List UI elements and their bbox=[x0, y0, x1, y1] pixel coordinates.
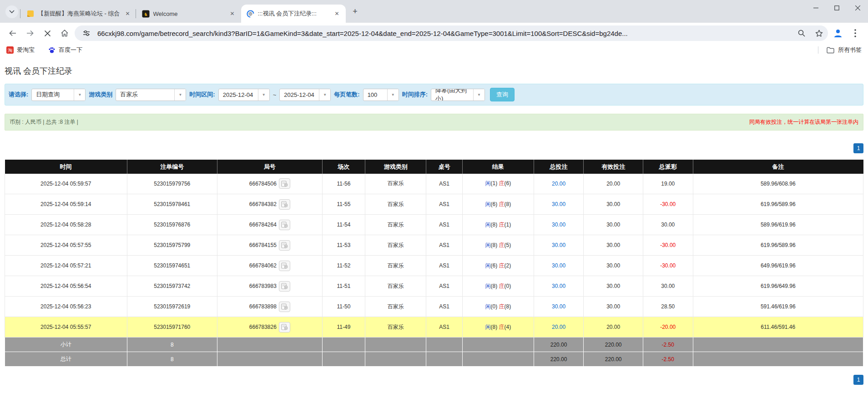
time-cell: 2025-12-04 05:57:21 bbox=[5, 256, 127, 276]
tab-close-icon[interactable]: ✕ bbox=[124, 10, 132, 18]
stop-loading-button[interactable] bbox=[40, 26, 55, 40]
total-bet-link[interactable]: 20.00 bbox=[552, 181, 565, 187]
payout-cell: -20.00 bbox=[643, 317, 693, 337]
back-button[interactable] bbox=[5, 26, 20, 40]
chevron-down-icon[interactable]: ▼ bbox=[387, 89, 399, 101]
tab-welcome[interactable]: ♞ Welcome ✕ bbox=[136, 5, 241, 23]
minimize-button[interactable] bbox=[805, 0, 826, 15]
query-type-select[interactable]: 日期查询 ▼ bbox=[31, 89, 86, 101]
video-replay-icon bbox=[281, 262, 288, 269]
tab-close-icon[interactable]: ✕ bbox=[228, 10, 237, 18]
table-no-cell bbox=[426, 352, 462, 367]
result-cell: 闲(6) 庄(8) bbox=[462, 194, 534, 215]
header-game-type: 游戏类别 bbox=[365, 160, 426, 174]
total-bet-link[interactable]: 20.00 bbox=[552, 324, 565, 330]
site-info-icon[interactable] bbox=[80, 27, 93, 40]
result-player-label: 闲 bbox=[485, 222, 490, 228]
video-replay-button[interactable] bbox=[279, 220, 290, 230]
payout-value: -30.00 bbox=[660, 201, 676, 207]
total-bet-link[interactable]: 30.00 bbox=[552, 303, 565, 310]
total-bet-link[interactable]: 30.00 bbox=[552, 201, 565, 207]
url-bar[interactable]: 66cxkj98.com/game/betrecord_search/kind3… bbox=[75, 25, 828, 41]
sort-select[interactable]: 降幂(由大到小) ▼ bbox=[431, 89, 485, 101]
payout-value: 19.00 bbox=[661, 181, 675, 187]
page-number-button[interactable]: 1 bbox=[853, 375, 863, 385]
result-player-label: 闲 bbox=[485, 324, 490, 330]
total-bet-link[interactable]: 30.00 bbox=[552, 283, 565, 289]
table-row: 2025-12-04 05:55:57523015971760666783826… bbox=[5, 317, 863, 337]
bookmark-taobao[interactable]: 淘 爱淘宝 bbox=[6, 46, 35, 54]
header-row: 时间注单编号局号场次游戏类别桌号结果总投注有效投注总派彩备注 bbox=[5, 160, 863, 174]
round-cell: 666784155 bbox=[217, 235, 323, 256]
video-replay-button[interactable] bbox=[279, 261, 290, 271]
video-replay-button[interactable] bbox=[279, 281, 290, 292]
total-bet-link[interactable]: 30.00 bbox=[552, 222, 565, 228]
game-type-cell: 百家乐 bbox=[365, 215, 426, 235]
round-cell: 666784506 bbox=[217, 174, 323, 194]
video-replay-icon bbox=[281, 201, 288, 207]
payout-cell: 30.00 bbox=[643, 276, 693, 297]
video-replay-button[interactable] bbox=[279, 240, 290, 251]
chevron-down-icon[interactable]: ▼ bbox=[174, 89, 186, 101]
header-payout: 总派彩 bbox=[643, 160, 693, 174]
page-number-button[interactable]: 1 bbox=[853, 143, 863, 153]
tab-bet-records[interactable]: :::视讯 会员下注纪录::: ✕ bbox=[241, 5, 346, 23]
tab-search-button[interactable] bbox=[5, 5, 18, 18]
session-cell: 11-51 bbox=[322, 276, 365, 297]
tab-close-icon[interactable]: ✕ bbox=[333, 10, 341, 18]
home-button[interactable] bbox=[57, 26, 72, 40]
profile-avatar[interactable] bbox=[831, 26, 845, 40]
zoom-icon[interactable] bbox=[795, 27, 808, 40]
page-size-select[interactable]: 100 ▼ bbox=[363, 89, 399, 101]
payout-cell: -2.50 bbox=[643, 337, 693, 352]
header-round: 局号 bbox=[217, 160, 323, 174]
page-size-value: 100 bbox=[363, 89, 387, 101]
video-replay-button[interactable] bbox=[279, 178, 290, 189]
bet-id-cell: 523015978461 bbox=[127, 194, 217, 215]
url-text[interactable]: 66cxkj98.com/game/betrecord_search/kind3… bbox=[97, 30, 791, 37]
game-type-cell: 百家乐 bbox=[365, 297, 426, 317]
table-row: 2025-12-04 05:56:54523015973742666783983… bbox=[5, 276, 863, 297]
chevron-down-icon[interactable]: ▼ bbox=[74, 89, 85, 101]
session-cell: 11-49 bbox=[322, 317, 365, 337]
baidu-paw-icon bbox=[48, 46, 56, 54]
payout-cell: -30.00 bbox=[643, 235, 693, 256]
total-bet-link[interactable]: 30.00 bbox=[552, 242, 565, 248]
close-window-button[interactable] bbox=[847, 0, 868, 15]
session-cell: 11-54 bbox=[322, 215, 365, 235]
bookmark-star-icon[interactable] bbox=[812, 27, 825, 40]
remark-cell: 619.96/649.96 bbox=[693, 276, 863, 297]
result-player-score: (8) bbox=[490, 283, 497, 289]
query-button[interactable]: 查询 bbox=[490, 88, 515, 101]
date-end-select[interactable]: 2025-12-04 ▼ bbox=[279, 89, 331, 101]
bet-id-cell: 523015972619 bbox=[127, 297, 217, 317]
forward-button[interactable] bbox=[23, 26, 37, 40]
video-replay-icon bbox=[281, 283, 288, 289]
chevron-down-icon[interactable]: ▼ bbox=[258, 89, 269, 101]
header-total-bet: 总投注 bbox=[534, 160, 584, 174]
time-cell: 2025-12-04 05:58:28 bbox=[5, 215, 127, 235]
browser-menu-button[interactable] bbox=[848, 26, 863, 40]
new-tab-button[interactable]: + bbox=[349, 5, 361, 17]
chevron-down-icon[interactable]: ▼ bbox=[319, 89, 330, 101]
result-banker-score: (4) bbox=[504, 324, 511, 330]
maximize-button[interactable] bbox=[826, 0, 847, 15]
all-bookmarks-button[interactable]: 所有书签 bbox=[818, 46, 862, 54]
video-replay-button[interactable] bbox=[279, 199, 290, 210]
tab-forum[interactable]: 【新提醒】海燕策略论坛 - 综合 ✕ bbox=[21, 5, 136, 23]
date-start-select[interactable]: 2025-12-04 ▼ bbox=[218, 89, 270, 101]
video-replay-button[interactable] bbox=[279, 322, 290, 332]
page-title: 视讯 会员下注纪录 bbox=[5, 56, 863, 76]
date-range-label: 时间区间: bbox=[189, 91, 215, 99]
result-cell: 闲(8) 庄(1) bbox=[462, 215, 534, 235]
game-type-select[interactable]: 百家乐 ▼ bbox=[116, 89, 186, 101]
bet-id-cell: 523015976876 bbox=[127, 215, 217, 235]
payout-value: -30.00 bbox=[660, 242, 676, 248]
table-row: 2025-12-04 05:57:55523015975799666784155… bbox=[5, 235, 863, 256]
round-number-wrap: 666784155 bbox=[249, 240, 290, 251]
video-replay-button[interactable] bbox=[279, 302, 290, 312]
remark-cell: 589.96/608.96 bbox=[693, 174, 863, 194]
total-bet-link[interactable]: 30.00 bbox=[552, 262, 565, 269]
bookmark-baidu[interactable]: 百度一下 bbox=[48, 46, 82, 54]
chevron-down-icon[interactable]: ▼ bbox=[473, 89, 484, 101]
